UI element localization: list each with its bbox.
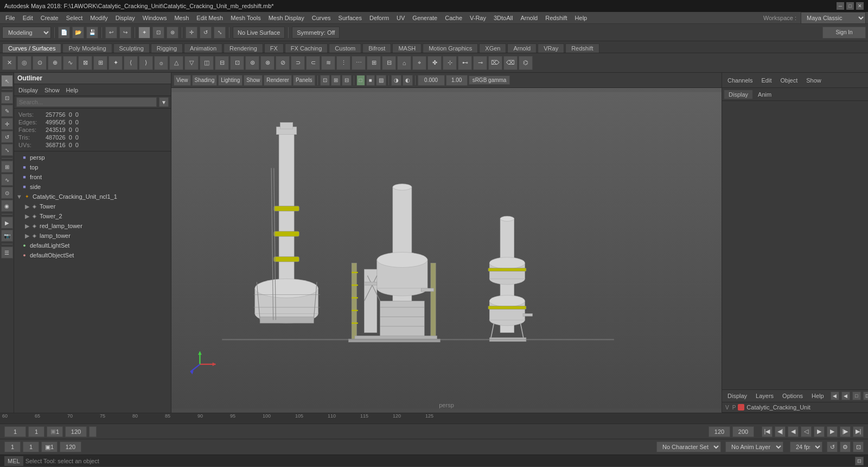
panels-btn[interactable]: Panels: [293, 75, 315, 86]
shelf-tab-bifrost[interactable]: Bifrost: [362, 43, 391, 53]
list-item[interactable]: ▼ ✦ Catalytic_Cracking_Unit_ncl1_1: [14, 192, 171, 201]
scale-tool-button[interactable]: ⤡: [214, 27, 226, 39]
shelf-icon-26[interactable]: ⊟: [382, 56, 396, 70]
shelf-tab-vray[interactable]: VRay: [538, 43, 564, 53]
paint-mode-button[interactable]: ✎: [1, 105, 13, 117]
workspace-dropdown[interactable]: Maya Classic: [801, 12, 866, 24]
snap-grid-button[interactable]: ⊞: [1, 161, 13, 173]
shelf-icon-18[interactable]: ⊗: [260, 56, 275, 70]
list-item[interactable]: ▶ ◈ red_lamp_tower: [14, 221, 171, 231]
settings-button[interactable]: ⚙: [840, 441, 851, 452]
menu-deform[interactable]: Deform: [366, 14, 392, 22]
go-end-button[interactable]: ▶|: [853, 426, 864, 437]
save-file-button[interactable]: 💾: [86, 27, 98, 39]
list-item[interactable]: ▶ ◈ Tower: [14, 201, 171, 211]
menu-mesh-display[interactable]: Mesh Display: [265, 14, 308, 22]
menu-edit[interactable]: Edit: [20, 14, 36, 22]
menu-file[interactable]: File: [2, 14, 18, 22]
shelf-icon-11[interactable]: ⌾: [154, 56, 168, 70]
shelf-tab-motion[interactable]: Motion Graphics: [423, 43, 478, 53]
layer-ctrl-2[interactable]: ◀: [841, 392, 850, 400]
shelf-tab-fx[interactable]: FX: [264, 43, 284, 53]
texture-btn[interactable]: ▨: [376, 75, 386, 86]
end-frame-field[interactable]: 120: [65, 426, 87, 437]
shelf-icon-15[interactable]: ⊟: [215, 56, 229, 70]
fps-dropdown[interactable]: 24 fps: [790, 441, 822, 452]
viewport-layout-btn[interactable]: ⊞: [331, 75, 341, 86]
shelf-icon-21[interactable]: ⊂: [306, 56, 320, 70]
shelf-icon-27[interactable]: ⌂: [397, 56, 411, 70]
move-mode-button[interactable]: ✛: [1, 118, 13, 130]
shelf-tab-custom[interactable]: Custom: [329, 43, 361, 53]
layers-display-menu[interactable]: Display: [725, 392, 749, 400]
shelf-icon-9[interactable]: ⟨: [124, 56, 138, 70]
shelf-icon-14[interactable]: ◫: [200, 56, 214, 70]
outliner-display-menu[interactable]: Display: [16, 86, 40, 94]
end-frame-2[interactable]: 120: [60, 441, 81, 452]
no-character-dropdown[interactable]: No Character Set: [656, 441, 721, 452]
search-button[interactable]: ▼: [159, 97, 169, 107]
layer-visibility-v[interactable]: V: [725, 405, 729, 411]
select-mode-button[interactable]: ↖: [1, 75, 13, 87]
show-btn[interactable]: Show: [244, 75, 263, 86]
menu-mesh[interactable]: Mesh: [171, 14, 192, 22]
shelf-icon-25[interactable]: ⊞: [367, 56, 381, 70]
camera-view-btn[interactable]: ⊡: [320, 75, 330, 86]
menu-help[interactable]: Help: [572, 14, 591, 22]
layers-help-menu[interactable]: Help: [809, 392, 826, 400]
shelf-icon-5[interactable]: ∿: [63, 56, 77, 70]
menu-display[interactable]: Display: [112, 14, 138, 22]
shelf-icon-35[interactable]: ⌬: [519, 56, 533, 70]
layer-ctrl-1[interactable]: ◀: [831, 392, 839, 400]
paint-select-button[interactable]: ⊛: [167, 27, 178, 39]
shelf-icon-23[interactable]: ⋮: [336, 56, 350, 70]
wireframe-btn[interactable]: □: [356, 75, 365, 86]
channels-object-menu[interactable]: Object: [778, 76, 800, 85]
list-item[interactable]: ▶ ◈ lamp_tower: [14, 231, 171, 241]
shelf-icon-2[interactable]: ◎: [17, 56, 31, 70]
cycle-button[interactable]: ↺: [827, 441, 838, 452]
list-item[interactable]: ● defaultLightSet: [14, 241, 171, 250]
solid-btn[interactable]: ■: [366, 75, 375, 86]
ao-btn[interactable]: ◐: [403, 75, 413, 86]
shelf-icon-29[interactable]: ✤: [427, 56, 442, 70]
gamma-field[interactable]: 1.00: [446, 75, 468, 86]
menu-surfaces[interactable]: Surfaces: [335, 14, 365, 22]
list-item[interactable]: ■ top: [14, 162, 171, 172]
list-item[interactable]: ■ side: [14, 182, 171, 192]
status-btn[interactable]: ⊡: [855, 457, 864, 465]
shelf-tab-poly[interactable]: Poly Modeling: [62, 43, 112, 53]
search-input[interactable]: [16, 97, 157, 107]
shelf-icon-31[interactable]: ⊷: [458, 56, 472, 70]
frame-number-field[interactable]: 1: [4, 441, 21, 452]
snap-point-button[interactable]: ⊙: [1, 187, 13, 199]
shelf-icon-19[interactable]: ⊘: [276, 56, 290, 70]
rotate-mode-button[interactable]: ↺: [1, 131, 13, 143]
grid-btn[interactable]: ⊟: [342, 75, 352, 86]
shelf-icon-16[interactable]: ⊡: [230, 56, 244, 70]
menu-edit-mesh[interactable]: Edit Mesh: [193, 14, 226, 22]
lasso-mode-button[interactable]: ⊡: [1, 92, 13, 104]
move-tool-button[interactable]: ✛: [186, 27, 197, 39]
shelf-icon-32[interactable]: ⊸: [473, 56, 487, 70]
close-button[interactable]: ✕: [856, 2, 864, 10]
new-file-button[interactable]: 📄: [58, 27, 70, 39]
layer-ctrl-3[interactable]: □: [852, 392, 861, 400]
snap-curve-button[interactable]: ∿: [1, 174, 13, 186]
renderer-btn[interactable]: Renderer: [264, 75, 292, 86]
sign-in-button[interactable]: Sign In: [822, 27, 866, 39]
menu-redshift[interactable]: Redshift: [542, 14, 570, 22]
menu-cache[interactable]: Cache: [442, 14, 465, 22]
layers-options-menu[interactable]: Options: [780, 392, 805, 400]
menu-vray[interactable]: V-Ray: [467, 14, 489, 22]
menu-uv[interactable]: UV: [393, 14, 408, 22]
menu-mesh-tools[interactable]: Mesh Tools: [227, 14, 264, 22]
no-anim-layer-dropdown[interactable]: No Anim Layer: [725, 441, 783, 452]
menu-modify[interactable]: Modify: [87, 14, 111, 22]
shelf-icon-17[interactable]: ⊛: [245, 56, 259, 70]
shelf-icon-24[interactable]: ⋯: [352, 56, 366, 70]
layer-playback-p[interactable]: P: [732, 405, 736, 411]
play-fwd-button[interactable]: ▶: [814, 426, 825, 437]
prev-key-button[interactable]: ◀|: [775, 426, 786, 437]
shelf-icon-20[interactable]: ⊃: [291, 56, 305, 70]
